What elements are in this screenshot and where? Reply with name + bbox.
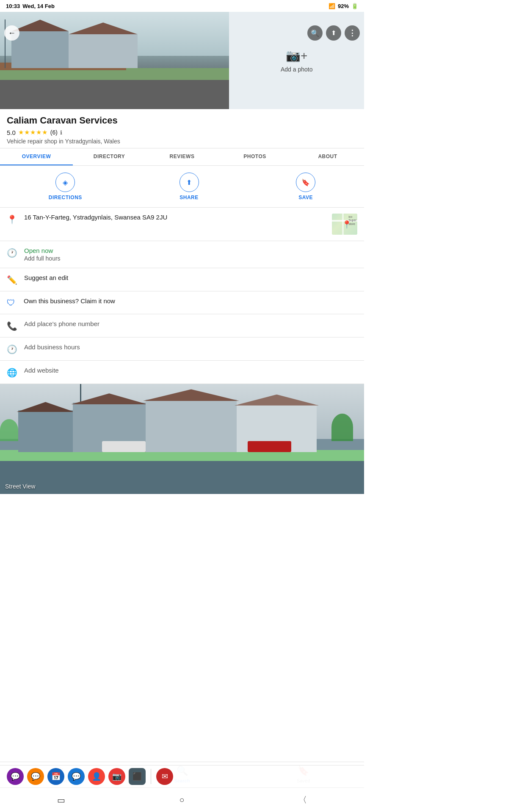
tab-about[interactable]: ABOUT (291, 148, 364, 165)
photo-area: ← 🔍 ⬆ ⋮ (0, 12, 364, 109)
messages-icon[interactable]: 💬 (68, 768, 85, 785)
address-content: 16 Tan-Y-Farteg, Ystradgynlais, Swansea … (24, 214, 325, 221)
wifi-icon: 📶 (329, 3, 335, 9)
directions-label: DIRECTIONS (49, 195, 82, 200)
time: 10:33 (6, 3, 20, 9)
more-icon: ⋮ (348, 28, 356, 38)
tab-directory[interactable]: DIRECTORY (73, 148, 146, 165)
street-view-scene (0, 384, 364, 494)
search-icon: 🔍 (311, 29, 319, 37)
tab-reviews[interactable]: REVIEWS (146, 148, 218, 165)
main-photo[interactable] (0, 12, 229, 109)
clock-icon: 🕐 (7, 248, 17, 258)
add-photo-icon: 📷+ (286, 49, 307, 63)
tab-overview[interactable]: OVERVIEW (0, 148, 73, 165)
share-icon-circle: ⬆ (179, 173, 199, 192)
phone-content: Add place's phone number (24, 320, 357, 327)
mail-icon[interactable]: ✉ (156, 768, 173, 785)
address-text: 16 Tan-Y-Farteg, Ystradgynlais, Swansea … (24, 214, 325, 221)
back-icon: ← (8, 29, 16, 38)
star-rating: ★★★★★ (18, 129, 48, 136)
calendar-icon[interactable]: 📅 (47, 768, 64, 785)
edit-icon: ✏️ (7, 275, 17, 285)
directions-icon: ◈ (63, 178, 68, 187)
street-view[interactable]: Street View (0, 384, 364, 494)
hours-icon: 🕐 (7, 344, 17, 354)
hours-content: Open now Add full hours (24, 247, 357, 262)
battery: 92% (338, 3, 349, 9)
claim-content: Own this business? Claim it now (24, 297, 357, 304)
back-button[interactable]: ← (4, 25, 19, 41)
share-label: SHARE (179, 195, 199, 200)
search-button[interactable]: 🔍 (307, 25, 323, 41)
system-nav: ▭ ○ 〈 (0, 787, 364, 812)
address-row[interactable]: 📍 16 Tan-Y-Farteg, Ystradgynlais, Swanse… (0, 208, 364, 241)
apps-icon[interactable]: ⬛ (129, 768, 146, 785)
save-button[interactable]: 🔖 SAVE (296, 173, 315, 200)
open-status: Open now (24, 247, 357, 254)
suggest-edit-row[interactable]: ✏️ Suggest an edit (0, 268, 364, 291)
location-icon: 📍 (7, 214, 17, 225)
business-name: Caliam Caravan Services (7, 115, 357, 126)
street-view-label: Street View (5, 483, 35, 490)
home-button[interactable]: ○ (172, 792, 191, 808)
hours-sub: Add full hours (24, 255, 357, 262)
suggest-text: Suggest an edit (24, 274, 357, 281)
phone-icon: 📞 (7, 321, 17, 331)
dock-divider (151, 769, 151, 784)
tab-photos[interactable]: PHOTOS (218, 148, 291, 165)
header-actions: 🔍 ⬆ ⋮ (307, 25, 360, 41)
back-nav-button[interactable]: 〈 (292, 791, 314, 809)
battery-icon: 🔋 (351, 3, 358, 9)
claim-text: Own this business? Claim it now (24, 297, 357, 304)
viber-icon[interactable]: 💬 (7, 768, 24, 785)
save-icon: 🔖 (301, 178, 310, 187)
info-icon[interactable]: ℹ (60, 129, 62, 136)
globe-icon: 🌐 (7, 368, 17, 378)
more-button[interactable]: ⋮ (345, 25, 360, 41)
recents-button[interactable]: ▭ (50, 792, 72, 809)
save-icon-circle: 🔖 (296, 173, 315, 192)
phone-row[interactable]: 📞 Add place's phone number (0, 314, 364, 337)
website-row[interactable]: 🌐 Add website (0, 361, 364, 384)
business-hours-text: Add business hours (24, 343, 357, 351)
rating-row: 5.0 ★★★★★ (6) ℹ (7, 129, 357, 136)
claim-business-row[interactable]: 🛡 Own this business? Claim it now (0, 291, 364, 314)
status-bar: 10:33 Wed, 14 Feb 📶 92% 🔋 (0, 0, 364, 12)
share-action-icon: ⬆ (186, 178, 192, 187)
share-action-button[interactable]: ⬆ SHARE (179, 173, 199, 200)
review-count: (6) (50, 129, 58, 136)
app-dock: 💬 💬 📅 💬 👤 📷 ⬛ ✉ (0, 765, 364, 787)
rating-number: 5.0 (7, 129, 16, 136)
phone-text: Add place's phone number (24, 320, 357, 327)
website-text: Add website (24, 367, 357, 374)
hours-row[interactable]: 🕐 Open now Add full hours (0, 241, 364, 268)
camera-icon[interactable]: 📷 (108, 768, 125, 785)
contacts-icon[interactable]: 👤 (88, 768, 105, 785)
save-label: SAVE (298, 195, 313, 200)
business-hours-row[interactable]: 🕐 Add business hours (0, 337, 364, 361)
share-icon: ⬆ (331, 29, 337, 37)
directions-icon-circle: ◈ (55, 173, 75, 192)
business-hours-content: Add business hours (24, 343, 357, 351)
website-content: Add website (24, 367, 357, 374)
tabs: OVERVIEW DIRECTORY REVIEWS PHOTOS ABOUT (0, 148, 364, 166)
mini-map[interactable]: 📍 icoSuperstore (332, 214, 357, 235)
add-photo-label: Add a photo (281, 66, 313, 73)
action-buttons: ◈ DIRECTIONS ⬆ SHARE 🔖 SAVE (0, 166, 364, 208)
business-info: Caliam Caravan Services 5.0 ★★★★★ (6) ℹ … (0, 109, 364, 148)
business-category: Vehicle repair shop in Ystradgynlais, Wa… (7, 138, 357, 145)
share-button[interactable]: ⬆ (326, 25, 341, 41)
suggest-content: Suggest an edit (24, 274, 357, 281)
directions-button[interactable]: ◈ DIRECTIONS (49, 173, 82, 200)
date: Wed, 14 Feb (22, 3, 55, 9)
shield-icon: 🛡 (7, 298, 17, 308)
messenger-icon[interactable]: 💬 (27, 768, 44, 785)
